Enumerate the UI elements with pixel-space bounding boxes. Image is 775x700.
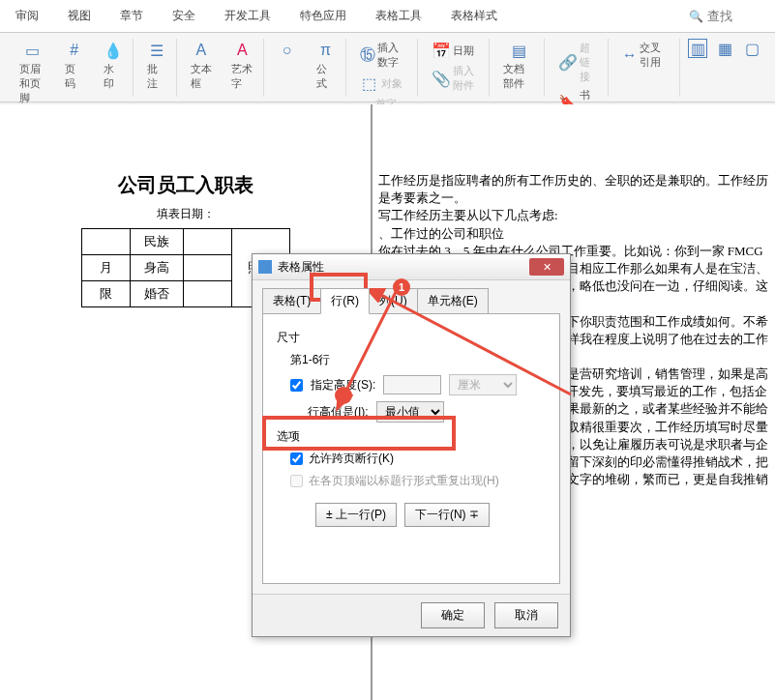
- doc-title: 公司员工入职表: [0, 172, 371, 198]
- allow-break-checkbox[interactable]: [290, 452, 303, 465]
- prev-row-button[interactable]: ± 上一行(P): [315, 503, 397, 527]
- tab-devtools[interactable]: 开发工具: [219, 4, 277, 28]
- view-mode-icon-2[interactable]: ▦: [715, 39, 734, 58]
- batch-comment-button[interactable]: ☰批注: [141, 39, 172, 93]
- date-icon: 📅: [432, 41, 451, 60]
- size-label: 尺寸: [277, 330, 546, 346]
- tab-review[interactable]: 审阅: [10, 4, 45, 28]
- shape-icon: ○: [278, 41, 297, 60]
- attachment-button: 📎插入附件: [426, 62, 485, 95]
- cancel-button[interactable]: 取消: [494, 602, 558, 628]
- page-number-button[interactable]: #页码: [59, 39, 90, 107]
- dialog-body: 尺寸 第1-6行 指定高度(S): 厘米 行高值是(I): 最小值 选项 允许跨…: [262, 313, 560, 584]
- ribbon-toolbar: ▭页眉和页脚 #页码 💧水印 ☰批注 A文本框 A艺术字 ○ π公式 ⑮插入数字…: [0, 33, 775, 102]
- tab-view[interactable]: 视图: [62, 4, 97, 28]
- number-icon: ⑮: [360, 45, 375, 65]
- wordart-button[interactable]: A艺术字: [225, 39, 258, 93]
- date-button[interactable]: 📅日期: [426, 39, 480, 62]
- tab-table[interactable]: 表格(T): [262, 288, 321, 314]
- object-button: ⬚对象: [354, 72, 408, 95]
- specify-height-label: 指定高度(S):: [311, 377, 375, 394]
- row-height-type-select[interactable]: 最小值: [376, 401, 444, 423]
- tab-special[interactable]: 特色应用: [294, 4, 352, 28]
- dialog-footer: 确定 取消: [253, 594, 570, 636]
- allow-break-label: 允许跨页断行(K): [309, 451, 394, 467]
- row-range-label: 第1-6行: [290, 352, 546, 368]
- shape-button: ○: [272, 39, 303, 93]
- header-footer-icon: ▭: [22, 41, 42, 60]
- watermark-button[interactable]: 💧水印: [98, 39, 129, 107]
- tab-security[interactable]: 安全: [166, 4, 201, 28]
- wps-logo-icon: [258, 260, 272, 274]
- tab-table-style[interactable]: 表格样式: [445, 4, 503, 28]
- cross-ref-button[interactable]: ↔交叉引用: [616, 39, 675, 72]
- table-properties-dialog: 表格属性 ✕ 表格(T) 行(R) 列(U) 单元格(E) 尺寸 第1-6行 指…: [252, 253, 571, 637]
- textbox-button[interactable]: A文本框: [185, 39, 218, 93]
- formula-button[interactable]: π公式: [311, 39, 342, 93]
- ribbon-tabs: 审阅 视图 章节 安全 开发工具 特色应用 表格工具 表格样式 🔍: [0, 0, 775, 33]
- doc-parts-button[interactable]: ▤文档部件: [497, 39, 540, 93]
- repeat-header-checkbox: [290, 475, 303, 487]
- hyperlink-button: 🔗超链接: [552, 39, 604, 86]
- attachment-icon: 📎: [432, 69, 451, 88]
- specify-height-checkbox[interactable]: [290, 379, 303, 392]
- tab-table-tools[interactable]: 表格工具: [370, 4, 428, 28]
- cross-ref-icon: ↔: [622, 45, 638, 65]
- textbox-icon: A: [192, 41, 211, 60]
- watermark-icon: 💧: [104, 41, 123, 60]
- object-icon: ⬚: [360, 73, 379, 93]
- next-row-button[interactable]: 下一行(N) ∓: [404, 503, 490, 527]
- page-number-icon: #: [65, 41, 84, 60]
- wordart-icon: A: [232, 41, 252, 60]
- row-height-is-label: 行高值是(I):: [308, 404, 369, 421]
- repeat-header-label: 在各页顶端以标题行形式重复出现(H): [309, 473, 499, 489]
- search-input[interactable]: [707, 9, 765, 23]
- tab-cell[interactable]: 单元格(E): [417, 288, 489, 314]
- doc-subtitle: 填表日期：: [0, 206, 371, 222]
- pi-icon: π: [316, 41, 336, 60]
- height-input: [383, 375, 441, 394]
- tab-column[interactable]: 列(U): [369, 288, 418, 314]
- search-icon: 🔍: [689, 10, 703, 23]
- dialog-title: 表格属性: [278, 259, 529, 276]
- doc-parts-icon: ▤: [509, 41, 528, 60]
- height-unit-select: 厘米: [449, 374, 517, 395]
- options-label: 选项: [277, 428, 546, 445]
- dialog-tabs: 表格(T) 行(R) 列(U) 单元格(E): [253, 280, 570, 314]
- dialog-titlebar[interactable]: 表格属性 ✕: [253, 254, 570, 280]
- view-mode-icon-1[interactable]: ▥: [688, 39, 707, 58]
- tab-chapter[interactable]: 章节: [114, 4, 149, 28]
- table-row: 民族照片: [81, 229, 289, 255]
- tab-row[interactable]: 行(R): [320, 288, 370, 314]
- comment-icon: ☰: [147, 41, 166, 60]
- insert-number-button[interactable]: ⑮插入数字: [354, 39, 413, 72]
- view-mode-icon-3[interactable]: ▢: [742, 39, 761, 58]
- link-icon: 🔗: [558, 53, 578, 73]
- search-box[interactable]: 🔍: [689, 4, 765, 28]
- ok-button[interactable]: 确定: [421, 602, 485, 628]
- header-footer-button[interactable]: ▭页眉和页脚: [14, 39, 51, 107]
- close-button[interactable]: ✕: [529, 258, 564, 276]
